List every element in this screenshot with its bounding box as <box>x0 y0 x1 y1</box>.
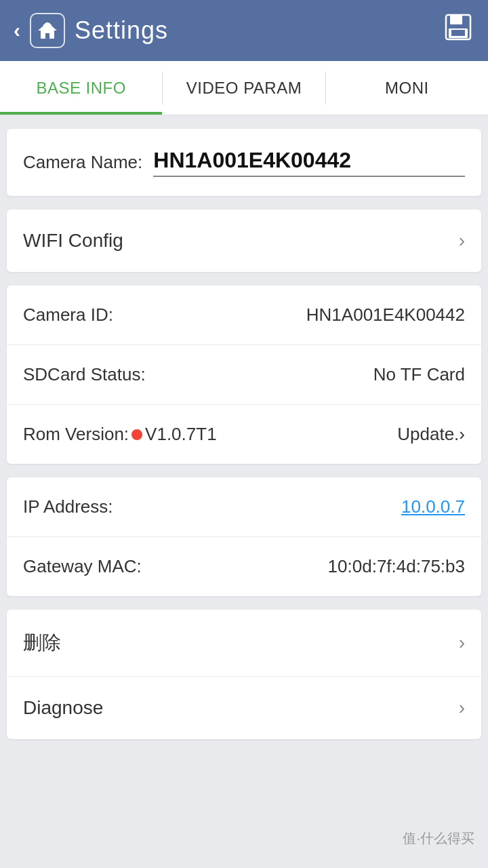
camera-id-value: HN1A001E4K00442 <box>306 304 465 326</box>
gateway-mac-label: Gateway MAC: <box>23 556 142 577</box>
camera-id-row: Camera ID: HN1A001E4K00442 <box>7 285 481 345</box>
rom-version-value: V1.0.7T1 <box>145 424 217 445</box>
sdcard-status-value: No TF Card <box>373 364 465 385</box>
gateway-mac-row: Gateway MAC: 10:0d:7f:4d:75:b3 <box>7 537 481 596</box>
wifi-config-row[interactable]: WIFI Config › <box>7 210 481 272</box>
rom-update-dot-icon <box>131 429 142 440</box>
diagnose-row[interactable]: Diagnose › <box>7 677 481 739</box>
header-title: Settings <box>75 16 168 45</box>
watermark: 值·什么得买 <box>403 829 474 848</box>
header-left: ‹ Settings <box>14 13 168 48</box>
gateway-mac-value: 10:0d:7f:4d:75:b3 <box>328 556 465 577</box>
rom-version-left: Rom Version: V1.0.7T1 <box>23 424 217 445</box>
delete-row[interactable]: 删除 › <box>7 610 481 677</box>
main-content: Camera Name: WIFI Config › Camera ID: HN… <box>0 115 488 753</box>
ip-address-row: IP Address: 10.0.0.7 <box>7 477 481 537</box>
delete-label: 删除 <box>23 630 61 656</box>
camera-name-row: Camera Name: <box>7 129 481 196</box>
rom-version-row: Rom Version: V1.0.7T1 Update.› <box>7 405 481 464</box>
svg-rect-1 <box>450 15 462 24</box>
camera-id-label: Camera ID: <box>23 304 113 326</box>
wifi-config-label: WIFI Config <box>23 230 123 252</box>
wifi-config-chevron-icon: › <box>459 230 465 252</box>
ip-address-label: IP Address: <box>23 496 113 517</box>
rom-update-button[interactable]: Update.› <box>397 424 465 445</box>
rom-version-label: Rom Version: <box>23 424 129 445</box>
home-icon <box>30 13 65 48</box>
tab-bar: BASE INFO VIDEO PARAM MONI <box>0 61 488 115</box>
app-header: ‹ Settings <box>0 0 488 61</box>
tab-video-param[interactable]: VIDEO PARAM <box>163 61 325 115</box>
save-button[interactable] <box>442 11 474 50</box>
sdcard-status-row: SDCard Status: No TF Card <box>7 345 481 405</box>
back-button[interactable]: ‹ <box>14 19 20 42</box>
diagnose-chevron-icon: › <box>459 697 465 719</box>
camera-name-card: Camera Name: <box>7 129 481 196</box>
sdcard-status-label: SDCard Status: <box>23 364 146 385</box>
action-card: 删除 › Diagnose › <box>7 610 481 739</box>
ip-address-value[interactable]: 10.0.0.7 <box>401 496 465 517</box>
delete-chevron-icon: › <box>459 632 465 654</box>
network-info-card: IP Address: 10.0.0.7 Gateway MAC: 10:0d:… <box>7 477 481 596</box>
tab-base-info[interactable]: BASE INFO <box>0 61 162 115</box>
svg-rect-3 <box>451 30 465 36</box>
camera-name-input[interactable] <box>153 148 465 177</box>
camera-name-label: Camera Name: <box>23 152 142 173</box>
diagnose-label: Diagnose <box>23 697 103 719</box>
wifi-config-card[interactable]: WIFI Config › <box>7 210 481 272</box>
device-info-card: Camera ID: HN1A001E4K00442 SDCard Status… <box>7 285 481 464</box>
tab-moni[interactable]: MONI <box>326 61 488 115</box>
